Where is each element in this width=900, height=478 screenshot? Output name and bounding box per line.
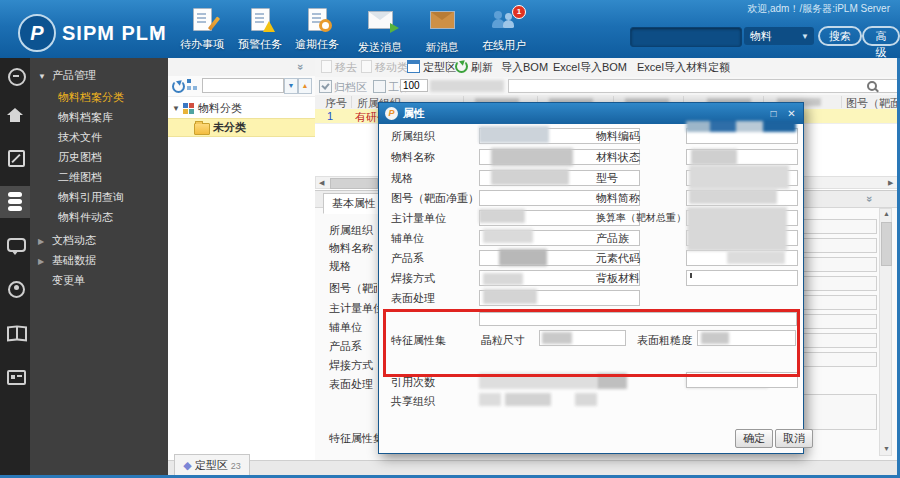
overdue-tasks-icon — [304, 8, 330, 34]
refresh-button[interactable]: 刷新 — [455, 60, 493, 75]
scroll-left-icon[interactable]: ◀ — [319, 179, 324, 187]
feature-section-label: 特征属性集 — [391, 333, 446, 348]
sort-up-button[interactable]: ▲ — [298, 78, 312, 94]
app-logo[interactable]: P — [18, 14, 56, 52]
redacted-value — [505, 393, 551, 406]
scroll-up-icon[interactable]: ▲ — [883, 210, 890, 217]
send-message-button[interactable]: 发送消息 — [351, 6, 409, 54]
logo-menu-caret-icon[interactable]: ▼ — [152, 29, 161, 39]
alert-tasks-button[interactable]: 预警任务 — [231, 6, 289, 54]
ok-button[interactable]: 确定 — [735, 429, 773, 448]
tree-item-unclassified[interactable]: 未分类 — [168, 118, 315, 137]
tree-expanded-icon: ▼ — [38, 67, 52, 86]
sidebar-group-product[interactable]: ▼产品管理 — [30, 66, 168, 85]
sidebar-group-base[interactable]: ▶基础数据 — [30, 251, 168, 270]
app-title: SIPM PLM — [62, 22, 167, 45]
scrollbar-thumb[interactable] — [881, 222, 892, 266]
folder-icon — [194, 123, 210, 135]
category-icon — [183, 103, 194, 114]
redacted-value — [483, 289, 537, 304]
refresh-icon — [455, 60, 468, 73]
scroll-right-icon[interactable]: ▶ — [888, 179, 893, 187]
filter-bar: 归档区 工作区 — [315, 77, 900, 96]
overdue-tasks-button[interactable]: 逾期任务 — [288, 6, 346, 54]
online-users-button[interactable]: 在线用户 1 — [475, 6, 533, 54]
import-bom-button[interactable]: 导入BOM — [501, 60, 548, 75]
redacted-value — [491, 169, 569, 185]
redacted-value — [491, 148, 573, 166]
field-input[interactable] — [686, 270, 798, 286]
collapse-detail-icon[interactable]: » — [864, 196, 876, 202]
advanced-search-button[interactable]: 高级 — [862, 26, 900, 46]
tick-mark — [690, 273, 692, 278]
tree-refresh-icon[interactable] — [172, 80, 185, 93]
new-message-icon — [429, 11, 455, 37]
close-button[interactable]: ✕ — [784, 106, 799, 121]
search-category-select[interactable]: 物料 ▼ — [744, 27, 814, 45]
excel-import-quota-button[interactable]: Excel导入材料定额 — [637, 60, 730, 75]
list-search-input[interactable] — [508, 79, 900, 93]
book-icon[interactable] — [7, 326, 27, 343]
chat-icon[interactable] — [7, 238, 26, 252]
welcome-text: 欢迎,adm！/服务器:iPLM Server — [747, 2, 890, 16]
search-icon[interactable] — [867, 81, 877, 91]
edit-icon[interactable] — [8, 150, 25, 167]
scroll-down-icon[interactable]: ▼ — [883, 445, 890, 452]
tree-root-item[interactable]: ▼ 物料分类 — [168, 100, 315, 117]
window-icon — [407, 60, 420, 73]
redacted-value — [689, 165, 789, 189]
redacted-value — [689, 189, 777, 204]
redacted-value — [727, 251, 785, 264]
diamond-icon: ◆ — [183, 459, 191, 471]
excel-import-bom-button[interactable]: Excel导入BOM — [553, 60, 627, 75]
tab-count: 23 — [231, 461, 241, 471]
cancel-button[interactable]: 取消 — [775, 429, 813, 448]
redacted-value — [479, 126, 549, 143]
tab-basic-attributes[interactable]: 基本属性 — [323, 193, 385, 214]
redacted-value — [499, 249, 547, 266]
search-button[interactable]: 搜索 — [818, 26, 862, 46]
archive-area-checkbox[interactable] — [319, 80, 332, 93]
tree-expanded-icon: ▼ — [172, 100, 180, 117]
user-circle-icon[interactable] — [8, 281, 25, 298]
scrollbar-thumb[interactable] — [330, 178, 378, 189]
left-icon-rail — [0, 58, 30, 475]
redacted-text — [430, 80, 504, 92]
fixed-area-tab[interactable]: ◆ 定型区 23 — [174, 454, 250, 477]
maximize-button[interactable]: □ — [766, 106, 781, 121]
tree-view-icon[interactable] — [187, 79, 198, 91]
dialog-logo-icon: P — [385, 107, 398, 120]
collapse-panel-icon[interactable]: » — [295, 64, 307, 70]
shared-org-label: 共享组织 — [391, 394, 435, 409]
vertical-scrollbar[interactable]: ▲ ▼ — [879, 208, 892, 456]
idcard-icon[interactable] — [7, 370, 26, 385]
database-icon[interactable] — [8, 192, 22, 211]
redacted-value — [479, 209, 525, 223]
tree-toolbar: ▼ ▲ — [168, 76, 315, 97]
remove-button[interactable]: 移去 — [321, 60, 357, 75]
sort-down-button[interactable]: ▼ — [284, 78, 298, 94]
dialog-title: 属性 — [403, 107, 425, 119]
notification-badge: 1 — [512, 5, 526, 19]
page-size-input[interactable] — [400, 79, 428, 92]
grain-size-label: 晶粒尺寸 — [481, 333, 525, 348]
home-icon[interactable] — [7, 108, 23, 122]
redacted-value — [691, 149, 737, 165]
quick-search-icon[interactable] — [8, 68, 26, 86]
tree-filter-input[interactable] — [202, 78, 284, 93]
new-message-button[interactable]: 新消息 — [413, 6, 471, 54]
todo-tasks-button[interactable]: 待办事项 — [173, 6, 231, 54]
sidebar-group-doc[interactable]: ▶文档动态 — [30, 231, 168, 250]
move-class-button[interactable]: 移动类 — [361, 60, 408, 75]
properties-dialog: P 属性 □ ✕ 所属组织 物料名称 规格 图号（靶面净重） 主计量单位 辅单位… — [378, 102, 804, 454]
redacted-value — [701, 332, 729, 344]
app-header: 欢迎,adm！/服务器:iPLM Server P SIPM PLM ▼ 待办事… — [0, 0, 900, 59]
ref-count-label: 引用次数 — [391, 375, 435, 390]
status-bar: ◆ 定型区 23 — [168, 460, 900, 476]
work-area-checkbox[interactable] — [373, 80, 386, 93]
redacted-value — [542, 332, 572, 344]
feature-set-input[interactable] — [479, 312, 797, 326]
chevron-down-icon: ▼ — [801, 28, 809, 46]
sidebar-item-change-order[interactable]: 变更单 — [30, 271, 168, 290]
header-search-input[interactable] — [630, 27, 742, 47]
